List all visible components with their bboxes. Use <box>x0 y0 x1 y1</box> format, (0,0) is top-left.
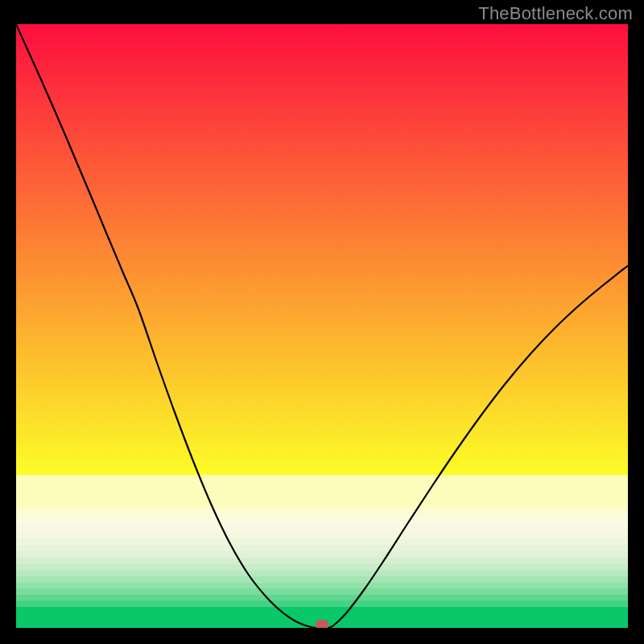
chart-marker <box>316 620 328 628</box>
chart-curve <box>16 24 628 628</box>
watermark-text: TheBottleneck.com <box>478 3 633 24</box>
chart-plot-area <box>16 24 628 628</box>
